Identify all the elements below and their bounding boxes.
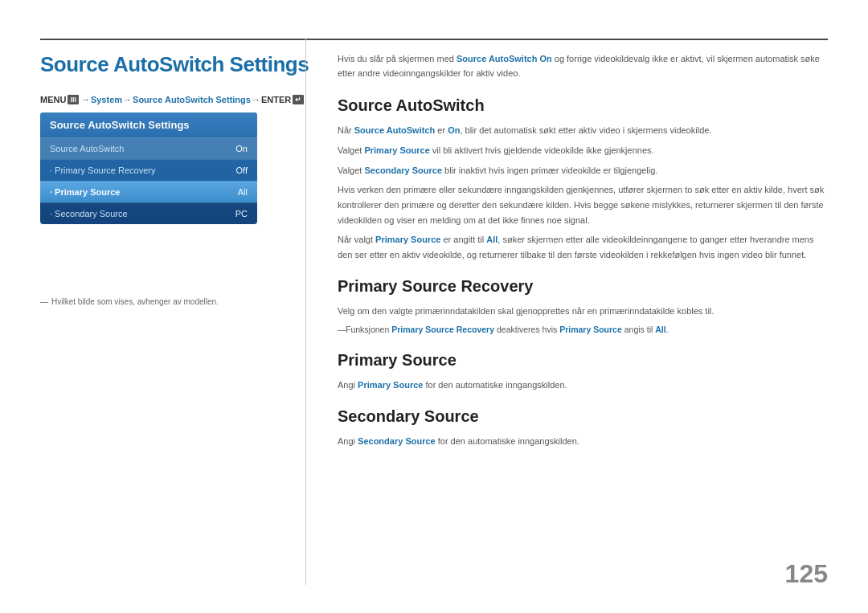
section-text: Når valgt Primary Source er angitt til A… (338, 232, 828, 262)
menu-panel: Source AutoSwitch Settings Source AutoSw… (40, 112, 257, 224)
section-title-source-autoswitch: Source AutoSwitch (338, 96, 828, 115)
section-title-primary-source: Primary Source (338, 351, 828, 370)
menu-icon: III (68, 95, 79, 104)
menu-item-secondary-source[interactable]: · Secondary Source PC (40, 202, 257, 224)
enter-label: ENTER (261, 95, 291, 104)
divider-line (305, 39, 306, 585)
menu-panel-title: Source AutoSwitch Settings (40, 112, 257, 137)
section-text: Hvis verken den primære eller sekundære … (338, 182, 828, 227)
section-text: Angi Primary Source for den automatiske … (338, 378, 828, 393)
section-title-secondary-source: Secondary Source (338, 407, 828, 426)
section-text: Angi Secondary Source for den automatisk… (338, 434, 828, 449)
menu-item-primary-source[interactable]: · Primary Source All (40, 181, 257, 202)
top-line (40, 39, 828, 40)
menu-item-source-autoswitch[interactable]: Source AutoSwitch On (40, 137, 257, 159)
enter-icon: ↵ (293, 95, 304, 104)
page-title: Source AutoSwitch Settings (40, 52, 309, 77)
section-note: Funksjonen Primary Source Recovery deakt… (338, 323, 828, 337)
menu-current: Source AutoSwitch Settings (133, 95, 251, 104)
menu-path: MENU III → System → Source AutoSwitch Se… (40, 95, 305, 104)
section-text: Valget Primary Source vil bli aktivert h… (338, 143, 828, 158)
menu-item-label: · Primary Source Recovery (50, 166, 155, 175)
section-text: Velg om den valgte primærinndatakilden s… (338, 304, 828, 319)
panel-note-text: Hvilket bilde som vises, avhenger av mod… (51, 297, 219, 306)
menu-item-label: Source AutoSwitch (50, 144, 124, 153)
intro-paragraph: Hvis du slår på skjermen med Source Auto… (338, 52, 828, 80)
panel-note: — Hvilket bilde som vises, avhenger av m… (40, 297, 219, 306)
menu-item-value: PC (235, 209, 248, 219)
section-text: Valget Secondary Source blir inaktivt hv… (338, 163, 828, 178)
menu-system: System (91, 95, 122, 104)
right-column: Hvis du slår på skjermen med Source Auto… (338, 52, 828, 454)
section-text: Når Source AutoSwitch er On, blir det au… (338, 123, 828, 138)
page-number: 125 (785, 559, 828, 589)
menu-item-label: · Secondary Source (50, 209, 128, 219)
section-title-primary-recovery: Primary Source Recovery (338, 277, 828, 296)
menu-item-value: On (235, 144, 248, 153)
menu-item-label: · Primary Source (50, 187, 120, 197)
menu-label: MENU (40, 95, 66, 104)
menu-item-value: Off (236, 166, 248, 175)
menu-item-primary-recovery[interactable]: · Primary Source Recovery Off (40, 159, 257, 181)
menu-item-value: All (238, 187, 248, 197)
